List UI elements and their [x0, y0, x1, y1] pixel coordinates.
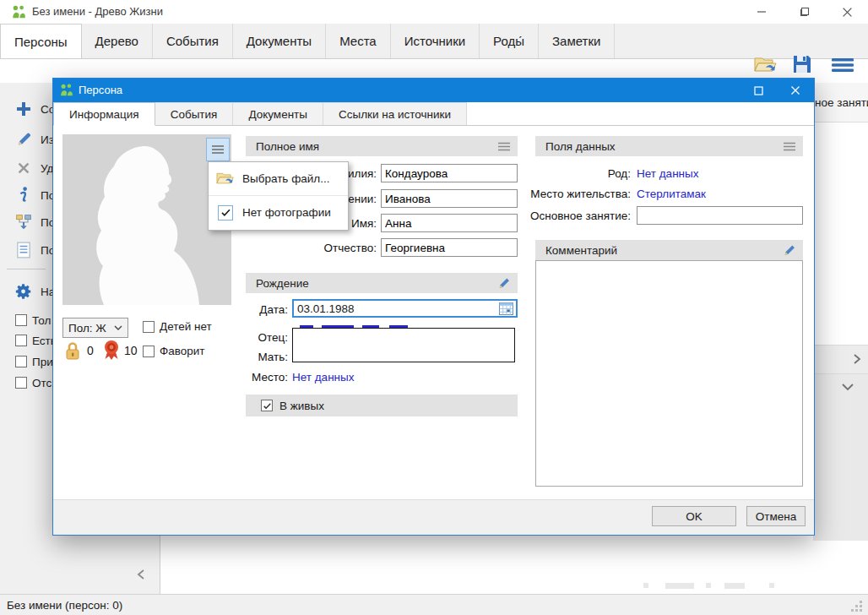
- favorite-checkbox[interactable]: Фаворит: [143, 345, 205, 357]
- calendar-icon[interactable]: [499, 302, 513, 315]
- tab-notes[interactable]: Заметки: [539, 24, 615, 58]
- checkbox: [15, 314, 27, 326]
- alive-checkbox-bar[interactable]: В живых: [246, 395, 518, 416]
- faint-disabled-control: [643, 583, 648, 588]
- minimize-button[interactable]: [742, 0, 781, 24]
- medal-icon: [102, 340, 121, 361]
- tab-sources[interactable]: Источники: [391, 24, 480, 58]
- gear-icon: [14, 281, 34, 302]
- clan-label: Род:: [535, 167, 631, 180]
- father-label: Отец:: [203, 331, 288, 344]
- dialog-tab-events[interactable]: События: [155, 102, 234, 125]
- occupation-label: Основное занятие:: [526, 210, 631, 222]
- occupation-input[interactable]: [637, 206, 803, 225]
- no-children-checkbox[interactable]: Детей нет: [143, 320, 212, 333]
- place-label: Место:: [203, 371, 288, 384]
- first-name-input[interactable]: [381, 214, 518, 232]
- dialog-maximize-button[interactable]: [740, 79, 777, 102]
- pencil-icon: [14, 129, 34, 150]
- photo-menu: Выбрать файл... Нет фотографии: [208, 161, 349, 231]
- chevron-down-icon: [114, 325, 122, 331]
- maximize-button[interactable]: [785, 0, 824, 24]
- app-logo-icon: [11, 4, 26, 19]
- cancel-button[interactable]: Отмена: [746, 506, 806, 526]
- faint-disabled-control: [724, 583, 745, 589]
- residence-link[interactable]: Стерлитамак: [637, 188, 706, 200]
- document-icon: [14, 240, 34, 260]
- comment-header: Комментарий: [535, 240, 803, 260]
- plus-icon: [14, 99, 34, 119]
- tab-tree[interactable]: Дерево: [82, 24, 153, 58]
- dialog-tab-documents[interactable]: Документы: [233, 102, 323, 125]
- main-tab-bar: Персоны Дерево События Документы Места И…: [0, 24, 868, 59]
- tab-persons[interactable]: Персоны: [0, 24, 82, 58]
- dialog-titlebar: Персона: [53, 79, 814, 102]
- residence-label: Место жительства:: [526, 188, 631, 200]
- tab-clans[interactable]: Роды́: [480, 24, 539, 58]
- birth-surname-input[interactable]: [381, 189, 518, 208]
- checkbox: [15, 356, 27, 367]
- edit-pencil-icon[interactable]: [497, 276, 511, 290]
- edit-pencil-icon[interactable]: [783, 243, 796, 257]
- checkbox-checked: [261, 400, 273, 411]
- faint-disabled-control: [706, 583, 711, 588]
- checkbox: [15, 335, 27, 346]
- sidebar-divider: [7, 269, 46, 269]
- chevron-right-icon[interactable]: [851, 352, 863, 366]
- right-panel-row: [813, 345, 868, 374]
- dialog-tab-source-links[interactable]: Ссылки на источники: [323, 102, 467, 125]
- faint-disabled-control: [769, 583, 774, 588]
- status-bar: Без имени (персон: 0): [0, 594, 868, 615]
- info-icon: [14, 185, 34, 205]
- full-name-header: Полное имя: [246, 136, 518, 156]
- dialog-close-button[interactable]: [777, 79, 814, 102]
- checkbox: [143, 346, 155, 357]
- faint-disabled-control: [665, 583, 694, 589]
- lock-count: 0: [87, 344, 94, 357]
- checkbox: [143, 321, 155, 333]
- birth-place-link[interactable]: Нет данных: [292, 371, 355, 384]
- ok-button[interactable]: OK: [652, 506, 736, 526]
- date-label: Дата:: [203, 303, 288, 316]
- section-menu-icon[interactable]: [497, 142, 511, 151]
- clan-link[interactable]: Нет данных: [637, 167, 699, 180]
- menu-item-choose-file[interactable]: Выбрать файл...: [209, 162, 348, 196]
- medal-count: 10: [124, 344, 138, 357]
- dialog-title: Персона: [79, 84, 122, 96]
- window-title: Без имени - Древо Жизни: [32, 5, 163, 18]
- collapse-left-panel-icon[interactable]: [135, 568, 147, 581]
- right-collapsed-panel: [813, 374, 868, 541]
- dialog-tab-information[interactable]: Информация: [53, 102, 155, 126]
- menu-icon[interactable]: [831, 57, 854, 73]
- blank-popup-box: [292, 328, 515, 362]
- chevron-down-icon[interactable]: [840, 381, 855, 393]
- relations-icon: [14, 212, 34, 232]
- close-button[interactable]: [827, 0, 866, 24]
- open-file-icon: [216, 171, 235, 186]
- resize-grip[interactable]: [850, 600, 863, 612]
- birth-date-input[interactable]: 03.01.1988: [292, 299, 518, 318]
- checkbox: [15, 377, 27, 389]
- birth-header: Рождение: [246, 273, 518, 293]
- menu-icon: [211, 144, 225, 155]
- dialog-tab-bar: Информация События Документы Ссылки на и…: [53, 102, 814, 126]
- menu-item-no-photo[interactable]: Нет фотографии: [209, 196, 348, 229]
- gender-select[interactable]: Пол: Ж: [62, 318, 128, 338]
- tab-events[interactable]: События: [153, 24, 233, 58]
- patronymic-label: Отчество:: [208, 242, 377, 254]
- save-icon[interactable]: [792, 54, 812, 74]
- delete-x-icon: [14, 158, 34, 178]
- section-menu-icon[interactable]: [783, 142, 796, 151]
- mother-label: Мать:: [203, 351, 288, 363]
- check-icon: [216, 205, 235, 220]
- tab-places[interactable]: Места: [326, 24, 391, 58]
- photo-menu-button[interactable]: [206, 138, 230, 161]
- main-titlebar: Без имени - Древо Жизни: [0, 0, 868, 24]
- patronymic-input[interactable]: [381, 238, 518, 257]
- comment-textarea[interactable]: [535, 260, 803, 487]
- lock-icon: [64, 341, 81, 360]
- open-file-icon[interactable]: [754, 56, 778, 74]
- status-text: Без имени (персон: 0): [7, 599, 122, 612]
- tab-documents[interactable]: Документы: [233, 24, 326, 58]
- surname-input[interactable]: [381, 164, 518, 182]
